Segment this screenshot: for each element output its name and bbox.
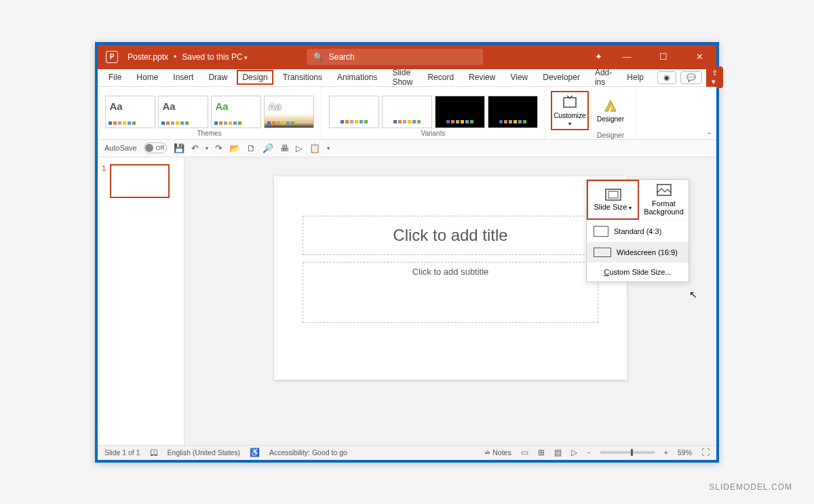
file-name[interactable]: Poster.pptx [128,52,168,62]
variant-4[interactable] [488,96,538,128]
tab-developer[interactable]: Developer [537,70,585,85]
theme-swatch-1[interactable]: Aa [105,96,155,128]
variant-3[interactable] [435,96,485,128]
aspect-4-3-icon [594,226,608,237]
coming-soon-icon[interactable]: ✦ [595,52,602,62]
title-placeholder[interactable]: Click to add title [303,216,598,255]
zoom-slider[interactable] [600,451,655,454]
slide-size-widescreen-option[interactable]: Widescreen (16:9) [587,242,689,263]
theme-swatch-2[interactable]: Aa [158,96,208,128]
tab-record[interactable]: Record [422,70,459,85]
zoom-in-button[interactable]: + [664,448,668,457]
tab-design[interactable]: Design [237,70,273,85]
format-background-button[interactable]: Format Background [639,180,689,220]
tab-transitions[interactable]: Transitions [277,70,328,85]
slide-size-button[interactable]: Slide Size ▾ [587,180,639,220]
designer-button[interactable]: Designer [592,91,629,130]
variants-group: Variants [322,87,545,139]
thumbnail-number: 1 [102,164,106,198]
slide-size-standard-option[interactable]: Standard (4:3) [587,220,689,242]
powerpoint-icon: P [106,51,118,63]
tab-help[interactable]: Help [621,70,649,85]
variant-2[interactable] [382,96,432,128]
redo-icon[interactable]: ↷ [215,143,222,153]
share-button[interactable]: ⇪ ▾ [706,66,723,88]
undo-icon[interactable]: ↶ [191,143,199,153]
customize-dropdown: Slide Size ▾ Format Background Standard … [586,179,689,282]
save-icon[interactable]: 💾 [174,143,185,153]
svg-rect-1 [606,189,621,200]
close-button[interactable]: ✕ [688,52,712,62]
minimize-button[interactable]: — [615,52,639,62]
language-label[interactable]: English (United States) [168,448,240,457]
variant-1[interactable] [329,96,379,128]
slide-1[interactable]: Click to add title Click to add subtitle [274,176,627,380]
ribbon-design: Aa Aa Aa Aa Themes Variants Customize ▾ [98,87,716,140]
slideshow-view-icon[interactable]: ▷ [571,448,577,457]
tab-view[interactable]: View [505,70,533,85]
designer-group-label: Designer [597,132,624,139]
paste-icon[interactable]: 📋 [309,143,320,153]
slide-thumbnails-pane[interactable]: 1 [98,157,185,445]
search-placeholder: Search [329,52,355,62]
open-icon[interactable]: 📂 [229,143,240,153]
tab-animations[interactable]: Animations [332,70,383,85]
print-icon[interactable]: 🖶 [280,143,289,153]
preview-icon[interactable]: 🔎 [263,143,273,153]
themes-group: Aa Aa Aa Aa Themes [98,87,322,139]
autosave-toggle[interactable]: Off [144,142,167,153]
themes-label: Themes [197,130,221,137]
powerpoint-window: P Poster.pptx • Saved to this PC 🔍 Searc… [95,42,719,463]
mouse-cursor-icon: ↖ [689,289,697,300]
spellcheck-icon[interactable]: 🕮 [150,448,158,457]
ribbon-collapse-chevron[interactable]: ⌄ [706,128,712,136]
search-icon: 🔍 [313,52,324,62]
variants-label: Variants [421,130,446,137]
tab-review[interactable]: Review [463,70,501,85]
svg-rect-0 [564,98,576,107]
search-box[interactable]: 🔍 Search [307,49,483,65]
status-bar: Slide 1 of 1 🕮 English (United States) ♿… [98,445,716,460]
aspect-16-9-icon [594,248,611,257]
saved-location-dropdown[interactable]: Saved to this PC [182,52,248,62]
slide-sorter-icon[interactable]: ⊞ [538,448,545,457]
autosave-label: AutoSave [104,144,137,152]
new-icon[interactable]: 🗋 [247,143,256,153]
comments-button[interactable]: 💬 [680,71,702,84]
svg-rect-2 [608,191,618,198]
maximize-button[interactable]: ☐ [651,52,676,62]
tab-draw[interactable]: Draw [203,70,233,85]
tab-file[interactable]: File [103,70,127,85]
theme-swatch-3[interactable]: Aa [211,96,261,128]
reading-view-icon[interactable]: ▤ [554,448,562,457]
from-beginning-icon[interactable]: ▷ [296,143,303,153]
customize-button[interactable]: Customize ▾ [551,91,589,130]
customize-group: Customize ▾ Designer Designer [545,87,636,139]
tab-home[interactable]: Home [131,70,163,85]
tab-insert[interactable]: Insert [168,70,199,85]
svg-rect-3 [657,185,671,195]
custom-slide-size-option[interactable]: Custom Slide Size... [587,263,689,282]
watermark-text: SLIDEMODEL.COM [709,482,792,492]
zoom-level[interactable]: 59% [678,448,692,457]
fit-to-window-icon[interactable]: ⛶ [701,448,710,457]
record-button[interactable]: ◉ [657,71,676,84]
theme-swatch-4[interactable]: Aa [264,96,314,128]
slide-thumbnail-1[interactable] [110,164,170,198]
quick-access-toolbar: AutoSave Off 💾 ↶ ▾ ↷ 📂 🗋 🔎 🖶 ▷ 📋 ▾ [98,140,716,157]
subtitle-placeholder[interactable]: Click to add subtitle [303,262,598,323]
normal-view-icon[interactable]: ▭ [521,448,528,457]
accessibility-icon[interactable]: ♿ [250,448,260,457]
zoom-out-button[interactable]: − [587,448,591,457]
accessibility-label[interactable]: Accessibility: Good to go [269,448,347,457]
ribbon-tabs: File Home Insert Draw Design Transitions… [98,69,716,87]
slide-counter[interactable]: Slide 1 of 1 [104,448,140,457]
notes-button[interactable]: ≐ Notes [484,448,511,457]
